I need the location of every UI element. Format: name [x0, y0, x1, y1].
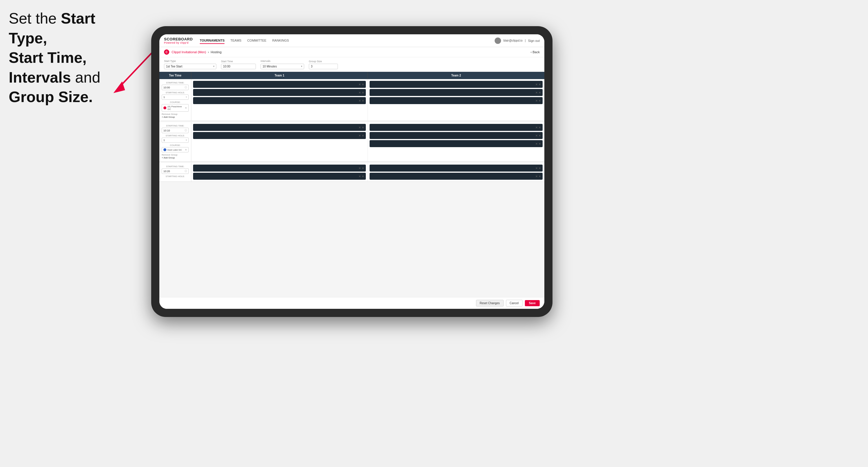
group-actions-1: Remove Group + Add Group: [162, 113, 189, 118]
back-button[interactable]: ‹ Back: [531, 50, 540, 54]
slot-close[interactable]: ✕ ✕: [359, 167, 364, 170]
starting-time-value-2: 10:10 ⓘ: [162, 128, 189, 133]
starting-time-value-1: 10:00 ⓘ: [162, 85, 189, 90]
slot-close[interactable]: ✕ ✕: [535, 167, 541, 170]
course-label-1: COURSE:: [162, 101, 189, 103]
starting-hole-label-1: STARTING HOLE:: [162, 91, 189, 94]
player-slot: ✕ ✕: [370, 140, 542, 147]
instruction-line4: and: [71, 69, 100, 86]
start-time-input[interactable]: [221, 64, 256, 69]
slot-close[interactable]: ✕ ✕: [359, 91, 364, 94]
header-team2: Team 2: [368, 72, 545, 79]
nav-user-area: blair@clippd.io | Sign out: [495, 37, 540, 44]
table-header: Tee Time Team 1 Team 2: [159, 72, 545, 79]
team2-col-1: ✕ ✕ ✕ ✕ ✕ ✕: [368, 79, 545, 121]
nav-rankings[interactable]: RANKINGS: [272, 37, 289, 44]
team2-col-2: ✕ ✕ ✕ ✕ ✕ ✕: [368, 122, 545, 161]
intervals-select[interactable]: 10 Minutes: [260, 64, 304, 69]
team1-col-3: ✕ ✕ ✕ ✕: [191, 163, 368, 182]
starting-hole-label-2: STARTING HOLE:: [162, 134, 189, 137]
player-slot: ✕ ✕: [370, 173, 542, 180]
avatar: [495, 37, 501, 44]
nav-links: TOURNAMENTS TEAMS COMMITTEE RANKINGS: [200, 37, 495, 44]
starting-time-label-1: STARTING TIME:: [162, 82, 189, 84]
instruction-line5: Group Size.: [9, 88, 93, 105]
slot-close[interactable]: ✕ ✕: [535, 142, 541, 146]
course-value-1: (A) Peachtree GC ✕: [162, 104, 189, 112]
course-remove-1[interactable]: ✕: [185, 107, 187, 109]
slot-close[interactable]: ✕ ✕: [535, 91, 541, 94]
remove-group-1[interactable]: Remove Group: [162, 113, 189, 116]
slot-close[interactable]: ✕ ✕: [535, 83, 541, 86]
start-type-label: Start Type: [164, 60, 216, 63]
player-slot: ✕ ✕: [370, 164, 542, 172]
cancel-button[interactable]: Cancel: [506, 300, 523, 307]
slot-close[interactable]: ✕ ✕: [535, 99, 541, 102]
slot-close[interactable]: ✕ ✕: [359, 134, 364, 137]
starting-hole-value-1: 1 ▾: [162, 94, 189, 100]
tee-group-1: STARTING TIME: 10:00 ⓘ STARTING HOLE: 1 …: [159, 79, 545, 121]
remove-group-2[interactable]: Remove Group: [162, 154, 189, 156]
slot-close[interactable]: ✕ ✕: [535, 134, 541, 137]
sign-out-link[interactable]: Sign out: [528, 38, 540, 43]
player-slot: ✕ ✕: [370, 97, 542, 104]
tee-left-2: STARTING TIME: 10:10 ⓘ STARTING HOLE: 1 …: [159, 122, 191, 161]
instruction-block: Set the Start Type, Start Time, Interval…: [9, 9, 102, 107]
breadcrumb: Clippd Invitational (Men) › Hosting: [172, 50, 222, 54]
intervals-label: Intervals: [260, 60, 304, 63]
player-slot: ✕ ✕: [193, 81, 366, 88]
player-slot: ✕ ✕: [193, 132, 366, 139]
group-size-input[interactable]: [309, 64, 338, 69]
header-tee-time: Tee Time: [159, 72, 191, 79]
nav-committee[interactable]: COMMITTEE: [247, 37, 266, 44]
course-value-2: East Lake GC ✕: [162, 147, 189, 152]
start-type-select[interactable]: 1st Tee Start: [164, 64, 216, 69]
starting-hole-value-2: 1 ▾: [162, 137, 189, 143]
group-size-field: Group Size: [309, 60, 338, 69]
slot-close[interactable]: ✕ ✕: [359, 83, 364, 86]
slot-close[interactable]: ✕ ✕: [359, 126, 364, 129]
tee-group-2: STARTING TIME: 10:10 ⓘ STARTING HOLE: 1 …: [159, 122, 545, 162]
start-time-label: Start Time: [221, 60, 256, 63]
navbar: SCOREBOARDPowered by clipp'd TOURNAMENTS…: [159, 34, 545, 47]
tee-content: STARTING TIME: 10:00 ⓘ STARTING HOLE: 1 …: [159, 79, 545, 297]
intervals-field: Intervals 10 Minutes: [260, 60, 304, 69]
team2-col-3: ✕ ✕ ✕ ✕: [368, 163, 545, 182]
starting-hole-label-3: STARTING HOLE:: [162, 175, 189, 178]
player-slot: ✕ ✕: [370, 89, 542, 96]
start-type-field: Start Type 1st Tee Start: [164, 60, 216, 69]
player-slot: ✕ ✕: [193, 97, 366, 104]
nav-tournaments[interactable]: TOURNAMENTS: [200, 37, 224, 44]
group-size-label: Group Size: [309, 60, 338, 63]
player-slot: ✕ ✕: [370, 132, 542, 139]
brand-logo: C: [164, 50, 169, 55]
player-slot: ✕ ✕: [370, 124, 542, 131]
reset-button[interactable]: Reset Changes: [476, 300, 504, 307]
player-slot: ✕ ✕: [370, 81, 542, 88]
tablet-screen: SCOREBOARDPowered by clipp'd TOURNAMENTS…: [159, 34, 545, 309]
instruction-line3: Intervals: [9, 69, 71, 86]
slot-close[interactable]: ✕ ✕: [535, 126, 541, 129]
course-label-2: COURSE:: [162, 144, 189, 147]
starting-time-value-3: 10:20 ⓘ: [162, 168, 189, 174]
save-button[interactable]: Save: [525, 300, 540, 306]
player-slot: ✕ ✕: [193, 164, 366, 172]
tee-left-3: STARTING TIME: 10:20 ⓘ STARTING HOLE:: [159, 163, 191, 182]
slot-close[interactable]: ✕ ✕: [359, 99, 364, 102]
slot-close[interactable]: ✕ ✕: [359, 175, 364, 178]
user-email: blair@clippd.io: [503, 39, 523, 42]
breadcrumb-tournament-link[interactable]: Clippd Invitational (Men): [172, 50, 206, 54]
tablet-frame: SCOREBOARDPowered by clipp'd TOURNAMENTS…: [151, 26, 553, 317]
breadcrumb-bar: C Clippd Invitational (Men) › Hosting ‹ …: [159, 47, 545, 57]
player-slot: ✕ ✕: [193, 124, 366, 131]
team1-col-1: ✕ ✕ ✕ ✕ ✕ ✕: [191, 79, 368, 121]
add-group-1[interactable]: + Add Group: [162, 116, 189, 118]
svg-marker-1: [114, 82, 125, 93]
player-slot: ✕ ✕: [193, 89, 366, 96]
add-group-2[interactable]: + Add Group: [162, 156, 189, 159]
tee-group-3: STARTING TIME: 10:20 ⓘ STARTING HOLE: ✕ …: [159, 163, 545, 182]
slot-close[interactable]: ✕ ✕: [535, 175, 541, 178]
nav-teams[interactable]: TEAMS: [230, 37, 241, 44]
course-remove-2[interactable]: ✕: [185, 149, 187, 151]
footer-bar: Reset Changes Cancel Save: [159, 297, 545, 309]
